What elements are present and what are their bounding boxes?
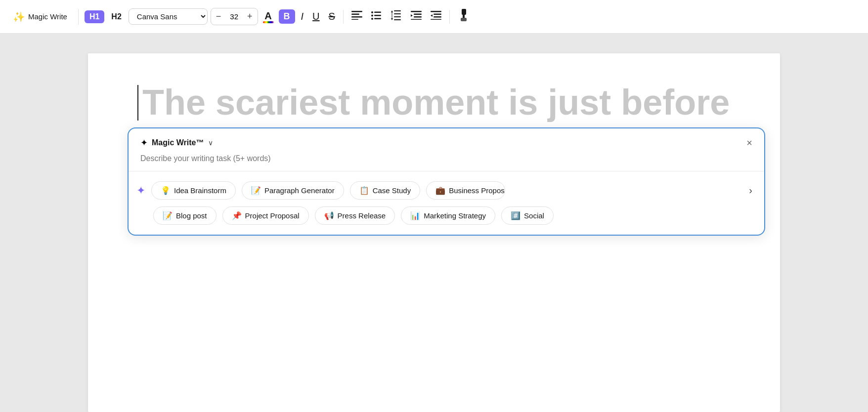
svg-marker-14 [391,10,393,12]
chips-row-2: 📝 Blog post 📌 Project Proposal 📢 Press R… [136,206,756,225]
align-button[interactable] [348,9,365,24]
panel-chevron-icon[interactable]: ∨ [208,139,213,147]
indent-button[interactable] [408,9,425,24]
svg-rect-11 [394,13,401,14]
chip-idea-brainstorm[interactable]: 💡 Idea Brainstorm [151,181,236,200]
chip-project-proposal-emoji: 📌 [232,211,242,220]
heading2-button[interactable]: H2 [107,10,125,23]
panel-magic-icon: ✦ [140,137,148,148]
svg-rect-10 [394,10,401,11]
svg-rect-12 [394,16,401,17]
italic-button[interactable]: I [298,9,307,24]
canvas-area: The scariest moment is just before ✦ Mag… [0,34,868,412]
paint-format-button[interactable] [455,7,473,27]
line-height-button[interactable] [388,8,405,25]
underline-button[interactable]: U [309,9,322,24]
chip-project-proposal[interactable]: 📌 Project Proposal [222,206,309,225]
svg-marker-15 [391,18,393,20]
toolbar-divider-1 [78,9,79,25]
strikethrough-button[interactable]: S [326,9,338,24]
text-color-button[interactable]: A [261,9,276,24]
magic-write-panel: ✦ Magic Write™ ∨ × ✦ 💡 Idea Brainstorm [128,127,765,236]
chip-idea-brainstorm-emoji: 💡 [161,186,171,195]
chip-project-proposal-label: Project Proposal [245,211,300,220]
svg-rect-20 [411,19,422,20]
chip-press-release[interactable]: 📢 Press Release [315,206,395,225]
chip-press-release-emoji: 📢 [324,211,334,220]
chip-marketing-strategy[interactable]: 📊 Marketing Strategy [401,206,495,225]
svg-point-8 [371,18,373,20]
chip-idea-brainstorm-label: Idea Brainstorm [174,186,226,195]
toolbar: ✨ Magic Write H1 H2 Canva Sans − 32 + A … [0,0,868,34]
svg-rect-22 [431,11,441,12]
svg-marker-26 [431,14,433,17]
heading-text: The scariest moment is just before [142,83,730,122]
svg-rect-27 [462,9,466,15]
chip-marketing-strategy-label: Marketing Strategy [424,211,486,220]
toolbar-separator-2 [449,10,450,24]
svg-rect-24 [434,16,441,18]
chip-marketing-strategy-emoji: 📊 [410,211,420,220]
svg-point-6 [371,15,373,17]
svg-rect-5 [374,12,381,13]
panel-header-left: ✦ Magic Write™ ∨ [140,137,213,148]
chip-business-proposal-label: Business Proposal [449,186,505,195]
chip-business-proposal[interactable]: 💼 Business Proposal [426,181,505,200]
chip-social-emoji: #️⃣ [511,211,521,220]
svg-rect-0 [351,11,362,12]
text-cursor [137,85,138,121]
font-size-increase-button[interactable]: + [242,8,258,25]
font-size-value: 32 [226,9,242,24]
chip-social[interactable]: #️⃣ Social [501,206,554,225]
panel-close-button[interactable]: × [746,138,752,148]
svg-rect-3 [351,19,358,20]
chips-row-1: ✦ 💡 Idea Brainstorm 📝 Paragraph Generato… [136,181,756,200]
sparkle-icon: ✦ [136,184,145,197]
text-color-letter: A [264,10,271,21]
svg-rect-7 [374,15,381,16]
toolbar-separator-1 [343,10,344,24]
svg-marker-21 [411,14,413,17]
magic-write-toolbar-button[interactable]: ✨ Magic Write [8,8,72,26]
svg-rect-29 [461,18,467,21]
magic-write-toolbar-label: Magic Write [28,12,67,21]
svg-rect-23 [434,14,441,15]
panel-chips-section: ✦ 💡 Idea Brainstorm 📝 Paragraph Generato… [129,171,764,235]
svg-rect-16 [391,12,392,18]
panel-header: ✦ Magic Write™ ∨ × [129,128,764,154]
chip-blog-post-label: Blog post [176,211,207,220]
heading1-button[interactable]: H1 [85,10,104,23]
panel-title: Magic Write™ [152,138,204,147]
bullet-list-button[interactable] [368,9,385,24]
chip-case-study-emoji: 📋 [359,186,369,195]
chip-case-study-label: Case Study [373,186,411,195]
chip-paragraph-generator-label: Paragraph Generator [264,186,335,195]
chip-business-proposal-emoji: 💼 [435,186,445,195]
svg-rect-2 [351,16,362,18]
chips-nav-arrow[interactable]: › [745,183,756,198]
chip-case-study[interactable]: 📋 Case Study [350,181,421,200]
svg-point-4 [371,11,373,13]
svg-rect-17 [411,11,422,12]
svg-rect-28 [463,15,465,18]
page-heading: The scariest moment is just before [137,83,740,122]
chip-social-label: Social [524,211,544,220]
chip-blog-post[interactable]: 📝 Blog post [153,206,217,225]
chip-press-release-label: Press Release [338,211,386,220]
font-family-select[interactable]: Canva Sans [129,8,208,25]
svg-rect-19 [414,16,422,18]
svg-rect-18 [414,14,422,15]
chip-paragraph-generator[interactable]: 📝 Paragraph Generator [242,181,344,200]
chip-paragraph-generator-emoji: 📝 [251,186,261,195]
svg-rect-9 [374,18,381,20]
chip-blog-post-emoji: 📝 [163,211,173,220]
magic-write-input[interactable] [140,154,752,163]
panel-input-area [129,154,764,171]
font-size-control: − 32 + [211,8,258,25]
text-color-bar [263,21,274,23]
svg-rect-25 [431,19,441,20]
bold-button[interactable]: B [279,9,295,24]
font-size-decrease-button[interactable]: − [211,8,226,25]
outdent-button[interactable] [428,9,444,24]
page-content[interactable]: The scariest moment is just before ✦ Mag… [88,53,780,412]
